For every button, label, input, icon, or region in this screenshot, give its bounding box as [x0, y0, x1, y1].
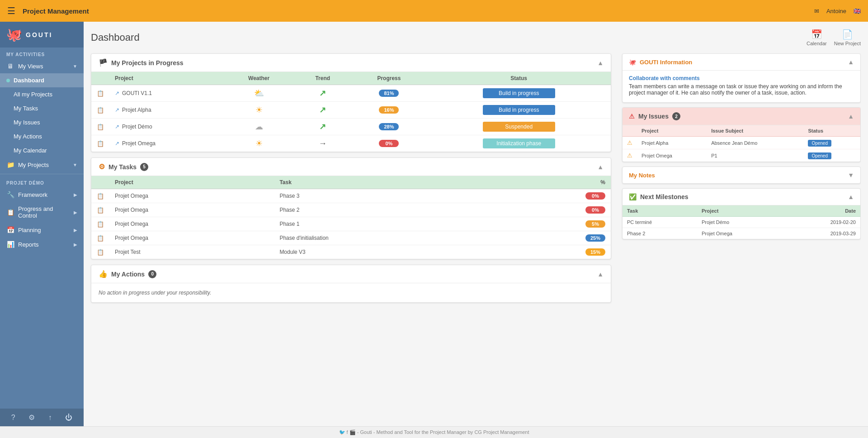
sidebar-item-my-issues[interactable]: My Issues [0, 115, 84, 129]
help-icon[interactable]: ? [11, 414, 15, 422]
task-project: Projet Omega [109, 217, 274, 231]
sidebar-item-my-projects[interactable]: 📁 My Projects ▼ [0, 157, 84, 172]
projects-card-collapse[interactable]: ▲ [597, 59, 604, 67]
sidebar-item-planning[interactable]: 📅 Planning ▶ [0, 223, 84, 237]
status-cell: Build in progress [427, 102, 611, 119]
issues-collapse[interactable]: ▲ [848, 113, 854, 120]
table-row: 📋 ↗Projet Alpha ☀ ↗ 16% Build in progres… [91, 102, 611, 119]
mail-icon[interactable]: ✉ [814, 8, 819, 14]
table-row: 📋 ↗Projet Démo ☁ ↗ 28% Suspended [91, 119, 611, 135]
upload-icon[interactable]: ↑ [48, 414, 52, 422]
projet-demo-label: PROJET DÉMO [0, 176, 84, 187]
ext-icon[interactable]: ↗ [115, 124, 119, 130]
issue-status: Opened [803, 137, 860, 149]
issue-subject: P1 [707, 149, 803, 162]
reports-arrow-icon: ▶ [74, 242, 77, 247]
calendar-label: Calendar [807, 41, 827, 46]
sidebar-bottom: ? ⚙ ↑ ⏻ [0, 409, 84, 426]
table-row: PC terminé Projet Démo 2019-02-20 [623, 217, 860, 228]
table-row: 📋 ↗GOUTI V1.1 ⛅ ↗ 81% Build in progress [91, 85, 611, 102]
status-btn[interactable]: Build in progress [483, 105, 555, 115]
task-pct: 15% [496, 245, 611, 259]
col-project: Project [109, 72, 223, 85]
milestones-table: Task Project Date PC terminé Projet Démo… [623, 205, 860, 239]
menu-icon[interactable]: ☰ [7, 5, 15, 16]
footer: 🐦 f 🎬 - Gouti - Method and Tool for the … [0, 426, 868, 438]
sidebar-label-my-issues: My Issues [14, 119, 77, 126]
logo-text: GOUTI [26, 31, 52, 38]
sidebar-label-all-projects: All my Projects [14, 91, 77, 98]
language-flag[interactable]: 🇬🇧 [854, 8, 861, 14]
sidebar-item-my-actions[interactable]: My Actions [0, 129, 84, 143]
gouti-info-collapse[interactable]: ▲ [848, 58, 854, 66]
status-btn[interactable]: Initialization phase [483, 138, 555, 148]
milestones-collapse[interactable]: ▲ [848, 193, 854, 200]
task-project: Projet Test [109, 245, 274, 259]
milestone-task: Phase 2 [623, 228, 697, 239]
new-project-button[interactable]: 📄 New Project [834, 29, 861, 46]
issues-card-title-area: ⚠ My Issues 2 [629, 112, 680, 120]
table-row: Phase 2 Projet Omega 2019-03-29 [623, 228, 860, 239]
dot [6, 121, 10, 124]
task-row-icon: 📋 [97, 235, 104, 242]
table-row: 📋 Projet Omega Phase 3 0% [91, 189, 611, 203]
sidebar-item-my-views[interactable]: 🖥 My Views ▼ [0, 59, 84, 73]
gouti-info-header: 🐙 GOUTI Information ▲ [623, 54, 860, 71]
two-col-layout: 🏴 My Projects in Progress ▲ Project Weat… [91, 53, 861, 419]
milestones-icon: ✅ [629, 193, 637, 200]
sidebar-item-my-tasks[interactable]: My Tasks [0, 101, 84, 115]
task-name: Module V3 [274, 245, 496, 259]
tasks-card-title: My Tasks [108, 163, 137, 171]
project-name: ↗Projet Omega [109, 135, 223, 152]
framework-arrow-icon: ▶ [74, 192, 77, 197]
issues-col-subject: Issue Subject [707, 125, 803, 137]
power-icon[interactable]: ⏻ [65, 414, 72, 422]
issue-status: Opened [803, 149, 860, 162]
status-btn[interactable]: Build in progress [483, 88, 555, 98]
issues-col-status: Status [803, 125, 860, 137]
user-menu[interactable]: Antoine [826, 8, 846, 14]
new-project-icon: 📄 [842, 29, 853, 40]
sidebar-item-my-calendar[interactable]: My Calendar [0, 143, 84, 157]
status-cell: Initialization phase [427, 135, 611, 152]
main-layout: 🐙 GOUTI MY ACTIVITIES 🖥 My Views ▼ Dashb… [0, 22, 868, 426]
table-row: 📋 Projet Test Module V3 15% [91, 245, 611, 259]
opened-badge: Opened [808, 140, 831, 147]
project-name: ↗Projet Alpha [109, 102, 223, 119]
status-btn[interactable]: Suspended [483, 122, 555, 132]
task-pct: 25% [496, 231, 611, 245]
views-icon: 🖥 [6, 62, 14, 70]
issues-table: Project Issue Subject Status ⚠ Projet Al… [623, 125, 860, 162]
col-weather: Weather [223, 72, 294, 85]
sidebar-label-my-views: My Views [18, 63, 69, 70]
calendar-button[interactable]: 📅 Calendar [807, 29, 827, 46]
planning-icon: 📅 [6, 226, 14, 233]
task-col-task: Task [274, 176, 496, 189]
ext-icon[interactable]: ↗ [115, 107, 119, 113]
settings-icon[interactable]: ⚙ [28, 413, 35, 422]
sidebar-item-dashboard[interactable]: Dashboard [0, 73, 84, 87]
dot [6, 107, 10, 110]
task-pct-badge: 5% [585, 220, 605, 228]
ext-icon[interactable]: ↗ [115, 140, 119, 147]
sidebar-item-reports[interactable]: 📊 Reports ▶ [0, 237, 84, 252]
trend-cell: ↗ [294, 102, 351, 119]
actions-card-collapse[interactable]: ▲ [597, 271, 604, 278]
weather-cell: ☀ [223, 135, 294, 152]
issues-warning-icon: ⚠ [629, 113, 635, 120]
tasks-card-collapse[interactable]: ▲ [597, 163, 604, 171]
logo-icon: 🐙 [6, 27, 22, 42]
page-title: Dashboard [91, 32, 140, 43]
sidebar-label-my-calendar: My Calendar [14, 147, 77, 154]
notes-collapse[interactable]: ▼ [848, 171, 854, 179]
page-actions: 📅 Calendar 📄 New Project [807, 29, 861, 46]
sidebar-item-framework[interactable]: 🔧 Framework ▶ [0, 187, 84, 202]
ext-icon[interactable]: ↗ [115, 90, 119, 96]
project-name: ↗Projet Démo [109, 119, 223, 135]
row-icon: 📋 [97, 124, 104, 130]
task-row-icon: 📋 [97, 249, 104, 256]
sidebar-label-my-projects: My Projects [18, 162, 69, 168]
sidebar-item-progress-control[interactable]: 📋 Progress and Control ▶ [0, 202, 84, 223]
sidebar-label-my-actions: My Actions [14, 133, 77, 140]
sidebar-item-all-projects[interactable]: All my Projects [0, 87, 84, 101]
